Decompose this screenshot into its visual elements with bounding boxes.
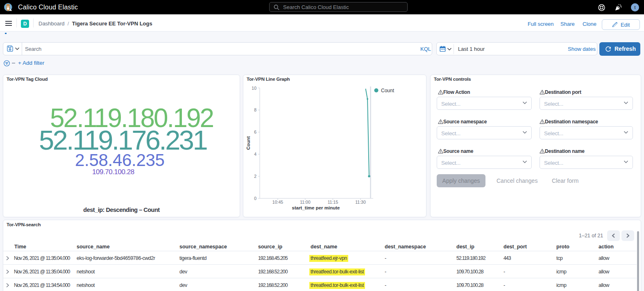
svg-text:11:15: 11:15 xyxy=(328,200,338,205)
svg-text:11:30: 11:30 xyxy=(355,200,366,205)
svg-text:11:00: 11:00 xyxy=(300,200,311,205)
svg-text:6: 6 xyxy=(254,130,256,134)
svg-text:10: 10 xyxy=(252,86,256,91)
svg-text:8: 8 xyxy=(254,107,256,112)
svg-text:Count: Count xyxy=(381,88,395,93)
svg-text:2: 2 xyxy=(254,174,256,179)
svg-text:4: 4 xyxy=(254,152,256,157)
svg-text:10:45: 10:45 xyxy=(272,200,283,205)
svg-text:0: 0 xyxy=(254,196,256,201)
svg-text:start_time per minute: start_time per minute xyxy=(292,205,340,210)
svg-text:Count: Count xyxy=(246,136,251,150)
